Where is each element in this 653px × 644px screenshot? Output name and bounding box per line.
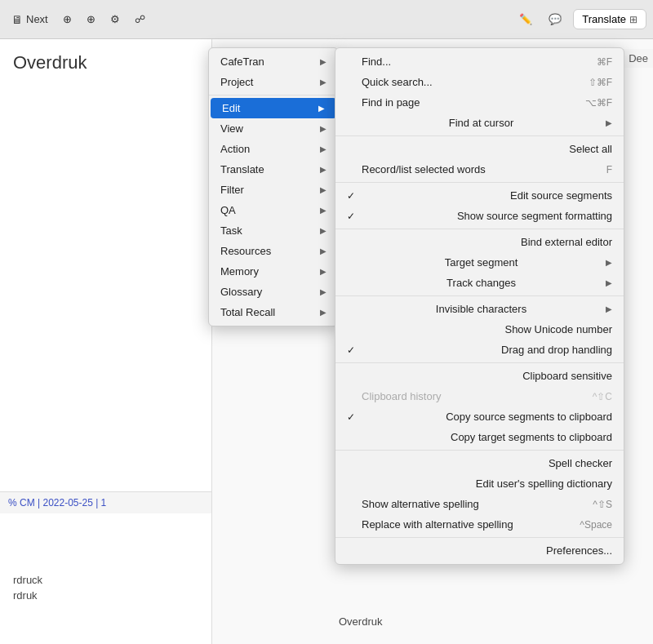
- sub-invisiblechars[interactable]: Invisible characters ▶: [335, 299, 624, 319]
- menu-item-translate[interactable]: Translate ▶: [209, 159, 338, 180]
- action-arrow-icon: ▶: [320, 144, 326, 153]
- task-label: Task: [220, 224, 242, 237]
- resources-arrow-icon: ▶: [320, 246, 326, 255]
- sub-quicksearch[interactable]: Quick search... ⇧⌘F: [335, 72, 624, 92]
- sub-targetsegment[interactable]: Target segment ▶: [335, 252, 624, 273]
- sub-findinpage-label: Find in page: [362, 96, 420, 109]
- sub-sep-1: [335, 135, 624, 136]
- toolbar-icon-4: ☍: [135, 13, 145, 25]
- toolbar-btn-2[interactable]: ⊕: [82, 10, 100, 29]
- toolbar-btn-1[interactable]: ⊕: [58, 10, 77, 29]
- invisiblechars-arrow-icon: ▶: [606, 304, 612, 313]
- translate-button[interactable]: Translate ⊞: [573, 9, 646, 29]
- sub-editspelling-label: Edit user's spelling dictionary: [476, 477, 612, 490]
- sub-findinpage[interactable]: Find in page ⌥⌘F: [335, 92, 624, 113]
- sub-editspelling[interactable]: Edit user's spelling dictionary: [335, 473, 624, 494]
- translate-menu-label: Translate: [220, 163, 264, 175]
- sub-draganddrop-label: Drag and drop handling: [501, 344, 612, 356]
- sub-recordlist-shortcut: F: [606, 164, 612, 175]
- toolbar-icon-2: ⊕: [87, 13, 96, 25]
- sub-recordlist[interactable]: Record/list selected words F: [335, 159, 624, 180]
- sub-preferences-label: Preferences...: [546, 544, 612, 557]
- sub-targetsegment-label: Target segment: [445, 256, 518, 269]
- sub-copysource-label: Copy source segments to clipboard: [446, 411, 612, 423]
- sub-bindexternal[interactable]: Bind external editor: [335, 232, 624, 252]
- memory-arrow-icon: ▶: [320, 267, 326, 276]
- sub-showalternative[interactable]: Show alternative spelling ^⇧S: [335, 494, 624, 514]
- sub-clipboardhistory-label: Clipboard history: [362, 390, 442, 402]
- view-arrow-icon: ▶: [320, 124, 326, 133]
- sub-draganddrop[interactable]: Drag and drop handling: [335, 340, 624, 360]
- qa-label: QA: [220, 204, 236, 216]
- filter-label: Filter: [220, 184, 244, 196]
- sub-spellchecker[interactable]: Spell checker: [335, 453, 624, 473]
- totalrecall-arrow-icon: ▶: [320, 308, 326, 317]
- sub-recordlist-label: Record/list selected words: [362, 163, 486, 175]
- sub-find[interactable]: Find... ⌘F: [335, 51, 624, 72]
- menu-item-edit[interactable]: Edit ▶: [211, 98, 336, 118]
- sub-trackchanges[interactable]: Track changes ▶: [335, 273, 624, 293]
- sub-sep-4: [335, 295, 624, 296]
- edit-arrow-icon: ▶: [318, 104, 325, 113]
- sub-copytarget[interactable]: Copy target segments to clipboard: [335, 427, 624, 447]
- sub-find-label: Find...: [362, 56, 391, 68]
- toolbar-icon-3: ⚙: [110, 13, 120, 25]
- next-button[interactable]: 🖥 Next: [7, 10, 53, 29]
- translate-arrow-icon: ▶: [320, 165, 326, 174]
- sub-replacealternative-label: Replace with alternative spelling: [362, 518, 513, 531]
- findatcursor-arrow-icon: ▶: [606, 118, 612, 127]
- sub-showalternative-label: Show alternative spelling: [362, 498, 479, 510]
- sub-selectall[interactable]: Select all: [335, 139, 624, 159]
- menu-item-resources[interactable]: Resources ▶: [209, 241, 338, 261]
- filter-arrow-icon: ▶: [320, 185, 326, 194]
- sub-sep-2: [335, 182, 624, 183]
- sub-clipboardhistory-shortcut: ^⇧C: [593, 391, 612, 402]
- sub-sep-6: [335, 450, 624, 451]
- sub-showunicode[interactable]: Show Unicode number: [335, 319, 624, 340]
- sub-bindexternal-label: Bind external editor: [521, 236, 612, 248]
- menu-item-action[interactable]: Action ▶: [209, 139, 338, 159]
- menu-item-totalrecall[interactable]: Total Recall ▶: [209, 302, 338, 322]
- sub-trackchanges-label: Track changes: [446, 277, 516, 289]
- toolbar-btn-4[interactable]: ☍: [130, 10, 150, 29]
- sub-invisiblechars-label: Invisible characters: [436, 303, 526, 315]
- menu-item-glossary[interactable]: Glossary ▶: [209, 282, 338, 302]
- sub-clipboardsensitive[interactable]: Clipboard sensitive: [335, 366, 624, 386]
- toolbar-icon-btn-6[interactable]: 💬: [544, 10, 566, 29]
- chat-icon: 💬: [549, 13, 562, 25]
- sub-editsource-label: Edit source segments: [510, 189, 612, 202]
- menu-item-task[interactable]: Task ▶: [209, 220, 338, 241]
- project-label: Project: [220, 76, 253, 88]
- sub-sep-7: [335, 537, 624, 538]
- action-label: Action: [220, 143, 250, 155]
- targetsegment-arrow-icon: ▶: [606, 258, 612, 267]
- sub-showunicode-label: Show Unicode number: [504, 323, 612, 335]
- sub-preferences[interactable]: Preferences...: [335, 540, 624, 561]
- toolbar-btn-3[interactable]: ⚙: [105, 10, 125, 29]
- view-label: View: [220, 122, 243, 135]
- menu-item-memory[interactable]: Memory ▶: [209, 261, 338, 282]
- menu-sep-1: [209, 95, 338, 95]
- menu-item-cafetran[interactable]: CafeTran ▶: [209, 51, 338, 72]
- sub-findatcursor[interactable]: Find at cursor ▶: [335, 113, 624, 133]
- menu-item-filter[interactable]: Filter ▶: [209, 180, 338, 200]
- toolbar: 🖥 Next ⊕ ⊕ ⚙ ☍ ✏️ 💬 Translate ⊞: [0, 0, 653, 39]
- translate-label: Translate: [582, 13, 626, 25]
- main-content: Overdruk % CM | 2022-05-25 | 1 rdruck rd…: [0, 39, 653, 644]
- task-arrow-icon: ▶: [320, 226, 326, 235]
- menu-item-project[interactable]: Project ▶: [209, 72, 338, 92]
- sub-showformatting[interactable]: Show source segment formatting: [335, 206, 624, 226]
- menu-item-view[interactable]: View ▶: [209, 118, 338, 139]
- sub-copysource[interactable]: Copy source segments to clipboard: [335, 406, 624, 427]
- sub-copytarget-label: Copy target segments to clipboard: [451, 431, 612, 443]
- toolbar-icon-btn-5[interactable]: ✏️: [514, 10, 537, 29]
- sub-findatcursor-label: Find at cursor: [449, 117, 513, 129]
- main-menu: CafeTran ▶ Project ▶ Edit ▶ View ▶ Actio…: [208, 47, 339, 326]
- totalrecall-label: Total Recall: [220, 306, 275, 318]
- sub-showalternative-shortcut: ^⇧S: [593, 499, 612, 510]
- sub-replacealternative[interactable]: Replace with alternative spelling ^Space: [335, 514, 624, 535]
- next-label: Next: [26, 13, 48, 25]
- sub-quicksearch-label: Quick search...: [362, 76, 433, 88]
- menu-item-qa[interactable]: QA ▶: [209, 200, 338, 220]
- sub-editsource[interactable]: Edit source segments: [335, 185, 624, 206]
